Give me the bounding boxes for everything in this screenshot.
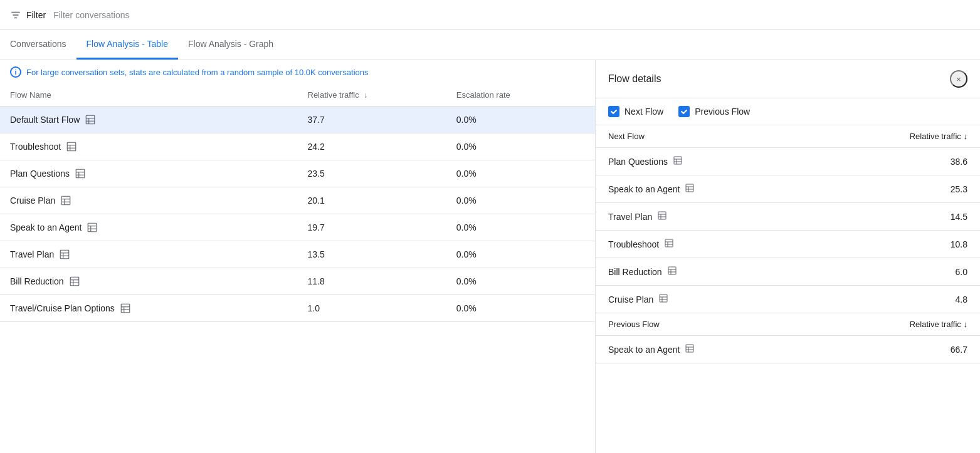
- checkbox-next-flow[interactable]: Next Flow: [608, 106, 663, 117]
- next-flow-traffic-cell: 4.8: [816, 286, 980, 313]
- svg-rect-39: [686, 184, 693, 192]
- flow-escalation-cell: 0.0%: [446, 187, 595, 214]
- table-row[interactable]: Travel/Cruise Plan Options 1.0 0.0%: [0, 295, 595, 322]
- next-flow-checkbox-box: [608, 106, 619, 117]
- previous-flow-col-name: Previous Flow: [596, 313, 816, 336]
- flow-name-text: Travel/Cruise Plan Options: [10, 303, 115, 313]
- list-icon: [658, 293, 668, 305]
- next-flow-col-traffic[interactable]: Relative traffic ↓: [816, 125, 980, 148]
- list-item[interactable]: Speak to an Agent 66.7: [596, 336, 980, 363]
- flow-name-cell: Travel Plan: [10, 249, 288, 260]
- prev-flow-name-cell: Speak to an Agent: [608, 343, 804, 355]
- filter-bar: Filter Filter conversations: [0, 0, 980, 30]
- svg-rect-31: [121, 304, 130, 313]
- table-row[interactable]: Troubleshoot 24.2 0.0%: [0, 133, 595, 160]
- table-list-icon: [59, 249, 70, 260]
- next-flow-checkbox-label: Next Flow: [624, 107, 663, 117]
- flow-escalation-cell: 0.0%: [446, 214, 595, 241]
- list-item[interactable]: Travel Plan 14.5: [596, 203, 980, 231]
- svg-rect-11: [76, 169, 85, 178]
- list-icon: [657, 211, 667, 222]
- flow-traffic-cell: 11.8: [298, 268, 446, 295]
- table-row[interactable]: Travel Plan 13.5 0.0%: [0, 241, 595, 268]
- table-list-icon: [60, 195, 71, 206]
- previous-flow-section: Previous Flow Relative traffic ↓ Speak t…: [596, 313, 980, 363]
- table-list-icon: [87, 222, 98, 233]
- flow-name-cell: Bill Reduction: [10, 276, 288, 287]
- list-icon: [673, 155, 683, 167]
- next-flow-name-text: Speak to an Agent: [608, 184, 680, 194]
- table-list-icon: [120, 303, 131, 314]
- info-bar: i For large conversation sets, stats are…: [0, 60, 595, 84]
- list-item[interactable]: Speak to an Agent 25.3: [596, 175, 980, 203]
- next-flow-name-cell: Cruise Plan: [608, 293, 804, 305]
- flow-escalation-cell: 0.0%: [446, 160, 595, 187]
- svg-rect-43: [658, 212, 666, 219]
- prev-flow-name-text: Speak to an Agent: [608, 345, 680, 355]
- list-item[interactable]: Bill Reduction 6.0: [596, 258, 980, 286]
- list-item[interactable]: Plan Questions 38.6: [596, 148, 980, 175]
- next-flow-name-text: Plan Questions: [608, 157, 668, 167]
- table-row[interactable]: Plan Questions 23.5 0.0%: [0, 160, 595, 187]
- next-flow-traffic-cell: 10.8: [816, 231, 980, 258]
- flow-traffic-cell: 1.0: [298, 295, 446, 322]
- next-flow-section: Next Flow Relative traffic ↓ Plan Questi…: [596, 125, 980, 313]
- flow-name-text: Plan Questions: [10, 169, 70, 179]
- info-text: For large conversation sets, stats are c…: [26, 68, 369, 77]
- right-panel: Flow details × Next Flow Previous F: [596, 60, 980, 453]
- previous-flow-checkbox-label: Previous Flow: [695, 107, 750, 117]
- next-flow-table: Next Flow Relative traffic ↓ Plan Questi…: [596, 125, 980, 313]
- flow-name-cell: Speak to an Agent: [10, 222, 288, 233]
- flow-traffic-cell: 20.1: [298, 187, 446, 214]
- tabs-bar: Conversations Flow Analysis - Table Flow…: [0, 30, 980, 60]
- svg-rect-55: [660, 294, 667, 302]
- filter-label: Filter: [26, 10, 46, 20]
- next-flow-name-cell: Bill Reduction: [608, 266, 804, 278]
- previous-flow-col-traffic[interactable]: Relative traffic ↓: [816, 313, 980, 336]
- flow-traffic-cell: 13.5: [298, 241, 446, 268]
- sort-arrow-traffic: ↓: [364, 91, 367, 100]
- next-flow-name-text: Troubleshoot: [608, 239, 659, 249]
- col-header-escalation-rate: Escalation rate: [446, 84, 595, 107]
- previous-flow-sort-arrow: ↓: [964, 320, 968, 329]
- list-icon: [667, 266, 677, 278]
- flow-name-text: Troubleshoot: [10, 142, 61, 152]
- flow-escalation-cell: 0.0%: [446, 295, 595, 322]
- table-list-icon: [85, 114, 96, 125]
- table-row[interactable]: Bill Reduction 11.8 0.0%: [0, 268, 595, 295]
- list-icon: [685, 343, 695, 355]
- checkbox-previous-flow[interactable]: Previous Flow: [678, 106, 750, 117]
- flow-traffic-cell: 23.5: [298, 160, 446, 187]
- tab-conversations[interactable]: Conversations: [0, 29, 76, 60]
- table-row[interactable]: Cruise Plan 20.1 0.0%: [0, 187, 595, 214]
- flow-name-cell: Cruise Plan: [10, 195, 288, 206]
- tab-flow-analysis-table[interactable]: Flow Analysis - Table: [76, 29, 178, 60]
- next-flow-traffic-cell: 14.5: [816, 203, 980, 231]
- table-row[interactable]: Default Start Flow 37.7 0.0%: [0, 107, 595, 133]
- previous-flow-table: Previous Flow Relative traffic ↓ Speak t…: [596, 313, 980, 363]
- col-header-relative-traffic[interactable]: Relative traffic ↓: [298, 84, 446, 107]
- flow-details-header: Flow details ×: [596, 60, 980, 98]
- next-flow-name-cell: Troubleshoot: [608, 238, 804, 250]
- flow-traffic-cell: 37.7: [298, 107, 446, 133]
- svg-rect-15: [62, 196, 71, 205]
- next-flow-name-text: Cruise Plan: [608, 294, 653, 305]
- svg-rect-7: [67, 142, 76, 151]
- list-icon: [664, 238, 674, 250]
- svg-rect-27: [70, 277, 79, 286]
- flow-table: Flow Name Relative traffic ↓ Escalation …: [0, 84, 595, 322]
- close-button[interactable]: ×: [950, 70, 967, 88]
- list-item[interactable]: Troubleshoot 10.8: [596, 231, 980, 258]
- info-icon: i: [10, 66, 21, 78]
- flow-escalation-cell: 0.0%: [446, 268, 595, 295]
- next-flow-name-text: Bill Reduction: [608, 267, 662, 277]
- flow-name-text: Travel Plan: [10, 249, 54, 259]
- table-row[interactable]: Speak to an Agent 19.7 0.0%: [0, 214, 595, 241]
- tab-flow-analysis-graph[interactable]: Flow Analysis - Graph: [178, 29, 283, 60]
- col-header-flow-name: Flow Name: [0, 84, 298, 107]
- table-header-row: Flow Name Relative traffic ↓ Escalation …: [0, 84, 595, 107]
- svg-rect-23: [61, 250, 70, 259]
- table-list-icon: [69, 276, 80, 287]
- list-item[interactable]: Cruise Plan 4.8: [596, 286, 980, 313]
- prev-flow-traffic-cell: 66.7: [816, 336, 980, 363]
